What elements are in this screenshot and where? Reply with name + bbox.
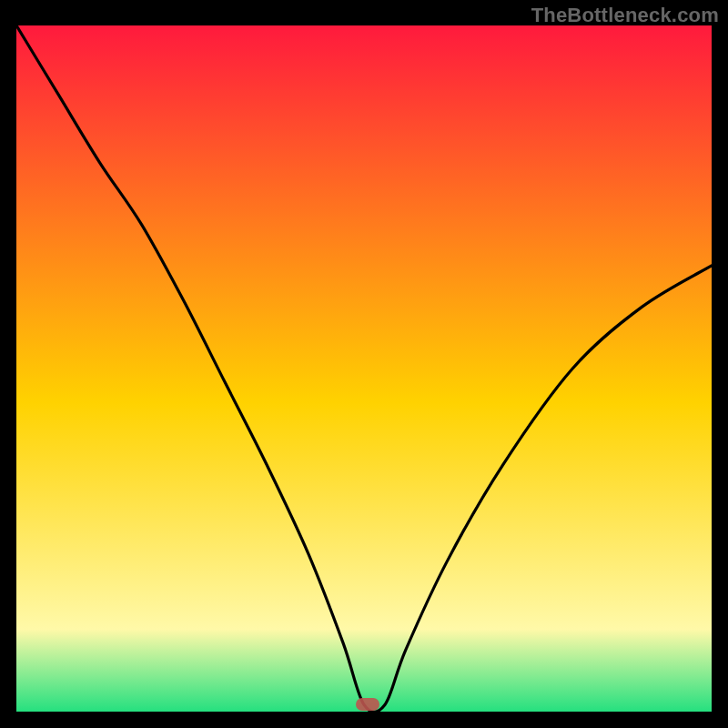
watermark-text: TheBottleneck.com: [531, 4, 719, 27]
plot-area: [16, 25, 712, 712]
chart-frame: TheBottleneck.com: [0, 0, 728, 728]
gradient-background: [16, 25, 712, 712]
bottleneck-marker: [356, 698, 379, 711]
chart-svg: [16, 25, 712, 712]
